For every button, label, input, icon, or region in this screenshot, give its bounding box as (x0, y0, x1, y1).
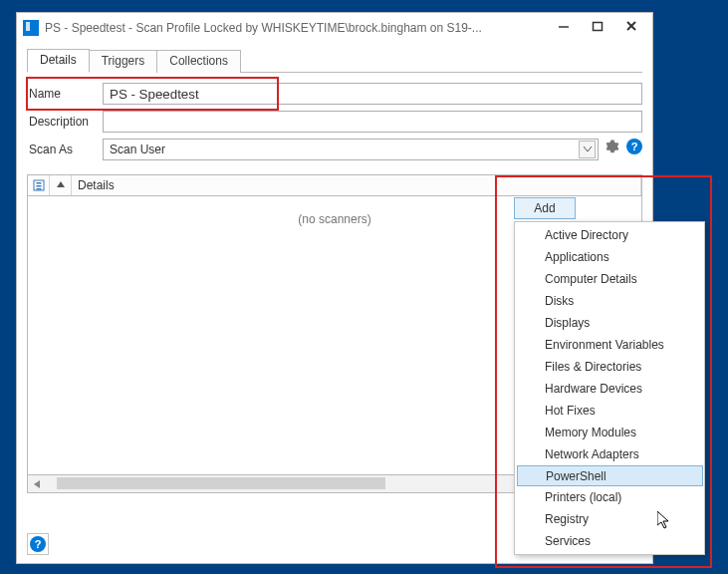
maximize-button[interactable] (581, 14, 614, 38)
menu-item-hardware-devices[interactable]: Hardware Devices (517, 378, 703, 400)
menu-item-displays[interactable]: Displays (517, 312, 703, 334)
menu-item-registry[interactable]: Registry (517, 508, 703, 530)
svg-rect-5 (36, 182, 41, 184)
gear-icon[interactable] (605, 139, 620, 154)
window-title: PS - Speedtest - Scan Profile Locked by … (45, 21, 547, 35)
footer-help-button[interactable]: ? (27, 533, 49, 555)
sort-indicator-icon[interactable] (50, 175, 72, 195)
menu-item-disks[interactable]: Disks (517, 290, 703, 312)
menu-item-files-directories[interactable]: Files & Directories (517, 356, 703, 378)
minimize-button[interactable] (547, 14, 581, 38)
menu-item-environment-variables[interactable]: Environment Variables (517, 334, 703, 356)
menu-item-printers-local-[interactable]: Printers (local) (517, 486, 703, 508)
tab-details[interactable]: Details (27, 49, 90, 73)
menu-item-applications[interactable]: Applications (517, 246, 703, 268)
tab-triggers[interactable]: Triggers (89, 50, 158, 73)
scroll-left-icon[interactable] (28, 475, 45, 492)
side-buttons: Add (514, 197, 576, 219)
menu-item-computer-details[interactable]: Computer Details (517, 268, 703, 290)
scroll-thumb[interactable] (57, 477, 385, 489)
scanas-label: Scan As (27, 143, 103, 156)
tab-collections[interactable]: Collections (156, 50, 241, 73)
menu-item-active-directory[interactable]: Active Directory (517, 224, 703, 246)
menu-item-memory-modules[interactable]: Memory Modules (517, 422, 703, 443)
menu-item-network-adapters[interactable]: Network Adapters (517, 443, 703, 465)
app-icon (23, 20, 39, 36)
description-input[interactable] (103, 111, 642, 133)
menu-item-services[interactable]: Services (517, 530, 703, 552)
menu-item-powershell[interactable]: PowerShell (517, 465, 703, 486)
description-label: Description (27, 115, 103, 129)
scanas-select[interactable]: Scan User (103, 139, 599, 160)
name-label: Name (27, 87, 103, 101)
help-icon[interactable]: ? (626, 139, 642, 154)
tabstrip: Details Triggers Collections (27, 49, 642, 73)
add-scanner-menu: Active DirectoryApplicationsComputer Det… (514, 221, 705, 555)
chevron-down-icon (579, 141, 596, 158)
scanas-value: Scan User (110, 143, 579, 156)
svg-rect-7 (36, 188, 41, 190)
add-button[interactable]: Add (514, 197, 576, 219)
close-button[interactable] (614, 14, 648, 38)
help-icon: ? (30, 536, 46, 552)
menu-item-hot-fixes[interactable]: Hot Fixes (517, 400, 703, 422)
column-details-header[interactable]: Details (72, 175, 641, 195)
svg-rect-1 (594, 23, 603, 31)
svg-rect-6 (36, 185, 41, 187)
name-input[interactable] (103, 83, 642, 105)
column-icon[interactable] (28, 175, 50, 195)
scanners-header: Details (27, 174, 642, 196)
scanners-empty-text: (no scanners) (298, 212, 370, 226)
titlebar: PS - Speedtest - Scan Profile Locked by … (17, 13, 652, 43)
